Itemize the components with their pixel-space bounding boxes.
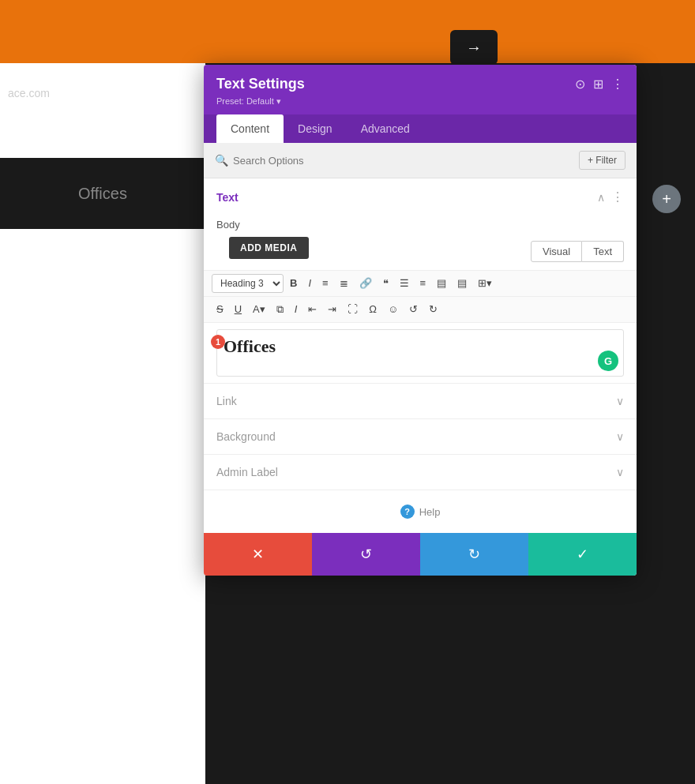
grammarly-icon: G <box>598 351 618 371</box>
admin-label-section-header[interactable]: Admin Label ∨ <box>204 455 637 490</box>
paste-button[interactable]: ⧉ <box>272 300 288 319</box>
text-section-more-icon[interactable]: ⋮ <box>611 189 624 204</box>
align-right-button[interactable]: ▤ <box>432 274 451 293</box>
body-label: Body <box>204 216 637 237</box>
text-section: Text ∧ ⋮ Body ADD MEDIA Visual Text Head… <box>204 178 637 384</box>
add-media-button[interactable]: ADD MEDIA <box>229 237 309 259</box>
background-section-chevron[interactable]: ∨ <box>616 430 624 443</box>
target-icon[interactable]: ⊙ <box>575 77 585 92</box>
tab-advanced[interactable]: Advanced <box>347 114 424 143</box>
undo-footer-button[interactable]: ↺ <box>312 533 420 576</box>
ol-button[interactable]: ≣ <box>335 274 353 293</box>
link-button[interactable]: 🔗 <box>355 274 377 293</box>
offices-background-section: Offices <box>0 158 205 229</box>
align-center-button[interactable]: ≡ <box>415 274 431 293</box>
quote-button[interactable]: ❝ <box>378 274 393 293</box>
search-bar: 🔍 + Filter <box>204 143 637 178</box>
table-button[interactable]: ⊞▾ <box>473 274 497 293</box>
panel-tabs: Content Design Advanced <box>204 114 637 143</box>
panel-header: Text Settings ⊙ ⊞ ⋮ Preset: Default ▾ <box>204 65 637 114</box>
panel-header-icons: ⊙ ⊞ ⋮ <box>575 77 624 92</box>
italic-more-button[interactable]: I <box>290 300 302 319</box>
search-icon: 🔍 <box>215 154 228 167</box>
background-section-header[interactable]: Background ∨ <box>204 419 637 454</box>
cancel-button[interactable]: ✕ <box>204 533 312 576</box>
heading-select[interactable]: Heading 1 Heading 2 Heading 3 Heading 4 … <box>212 274 284 293</box>
bold-button[interactable]: B <box>285 274 302 293</box>
orange-background <box>0 0 695 63</box>
plus-button[interactable]: + <box>652 185 681 213</box>
text-section-collapse-icon[interactable]: ∧ <box>597 191 605 204</box>
preset-selector[interactable]: Preset: Default ▾ <box>216 95 624 107</box>
ul-button[interactable]: ≡ <box>317 274 333 293</box>
filter-button[interactable]: + Filter <box>579 151 626 170</box>
indent-left-button[interactable]: ⇤ <box>303 300 321 319</box>
undo-button[interactable]: ↺ <box>404 300 423 319</box>
editor-area[interactable]: 1 Offices G <box>216 329 624 377</box>
italic-button[interactable]: I <box>303 274 316 293</box>
panel-footer: ✕ ↺ ↻ ✓ <box>204 533 637 576</box>
omega-button[interactable]: Ω <box>364 300 381 319</box>
redo-button[interactable]: ↻ <box>424 300 442 319</box>
background-section-title: Background <box>216 430 276 443</box>
editor-content[interactable]: Offices <box>224 336 617 357</box>
indent-right-button[interactable]: ⇥ <box>323 300 341 319</box>
tab-design[interactable]: Design <box>284 114 347 143</box>
text-section-header[interactable]: Text ∧ ⋮ <box>204 178 637 216</box>
align-justify-button[interactable]: ▤ <box>453 274 471 293</box>
save-button[interactable]: ✓ <box>528 533 637 576</box>
redo-footer-button[interactable]: ↻ <box>420 533 528 576</box>
link-section: Link ∨ <box>204 384 637 419</box>
editor-toolbar-row2: S U A▾ ⧉ I ⇤ ⇥ ⛶ Ω ☺ ↺ ↻ <box>204 297 637 323</box>
editor-toolbar-row1: Heading 1 Heading 2 Heading 3 Heading 4 … <box>204 270 637 297</box>
strikethrough-button[interactable]: S <box>212 300 228 319</box>
link-section-title: Link <box>216 395 237 407</box>
panel-title: Text Settings <box>216 76 305 92</box>
admin-label-title: Admin Label <box>216 466 278 478</box>
more-icon[interactable]: ⋮ <box>611 77 624 92</box>
fullscreen-button[interactable]: ⛶ <box>343 300 363 319</box>
admin-label-chevron[interactable]: ∨ <box>616 466 624 478</box>
font-color-button[interactable]: A▾ <box>248 300 270 319</box>
domain-label: ace.com <box>8 87 50 99</box>
visual-toggle[interactable]: Visual <box>531 241 582 262</box>
offices-bg-label: Offices <box>78 185 127 203</box>
help-icon: ? <box>400 505 415 519</box>
link-section-header[interactable]: Link ∨ <box>204 384 637 418</box>
panel-body: Text ∧ ⋮ Body ADD MEDIA Visual Text Head… <box>204 178 637 533</box>
link-section-chevron[interactable]: ∨ <box>616 395 624 407</box>
arrow-button[interactable]: → <box>450 30 498 65</box>
emoji-button[interactable]: ☺ <box>383 300 403 319</box>
align-left-button[interactable]: ☰ <box>395 274 414 293</box>
underline-button[interactable]: U <box>230 300 246 319</box>
text-toggle[interactable]: Text <box>582 241 624 262</box>
search-input[interactable] <box>233 155 579 167</box>
text-settings-panel: Text Settings ⊙ ⊞ ⋮ Preset: Default ▾ Co… <box>204 65 637 576</box>
tab-content[interactable]: Content <box>216 114 284 143</box>
text-section-title: Text <box>216 191 239 204</box>
admin-label-section: Admin Label ∨ <box>204 455 637 490</box>
help-label: Help <box>419 506 441 518</box>
background-section: Background ∨ <box>204 419 637 455</box>
help-section[interactable]: ? Help <box>204 490 637 533</box>
split-icon[interactable]: ⊞ <box>593 77 603 92</box>
